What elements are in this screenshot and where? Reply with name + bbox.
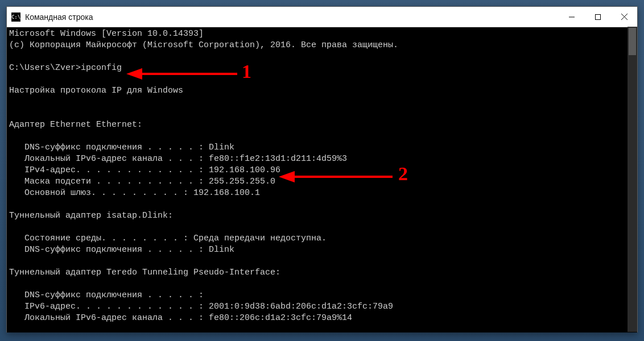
terminal-text: Microsoft Windows [Version 10.0.14393] (… <box>7 27 637 324</box>
scrollbar-thumb[interactable] <box>629 28 636 55</box>
terminal-area[interactable]: Microsoft Windows [Version 10.0.14393] (… <box>7 27 637 332</box>
titlebar[interactable]: C:\ Командная строка <box>7 7 637 27</box>
command-prompt-window: C:\ Командная строка Microsoft Windows [… <box>6 6 638 332</box>
window-title: Командная строка <box>25 13 93 22</box>
minimize-button[interactable] <box>559 7 585 27</box>
cmd-icon: C:\ <box>11 13 20 22</box>
svg-rect-1 <box>596 14 601 19</box>
vertical-scrollbar[interactable] <box>628 27 637 332</box>
maximize-button[interactable] <box>585 7 611 27</box>
window-controls <box>559 7 637 27</box>
close-button[interactable] <box>611 7 637 27</box>
